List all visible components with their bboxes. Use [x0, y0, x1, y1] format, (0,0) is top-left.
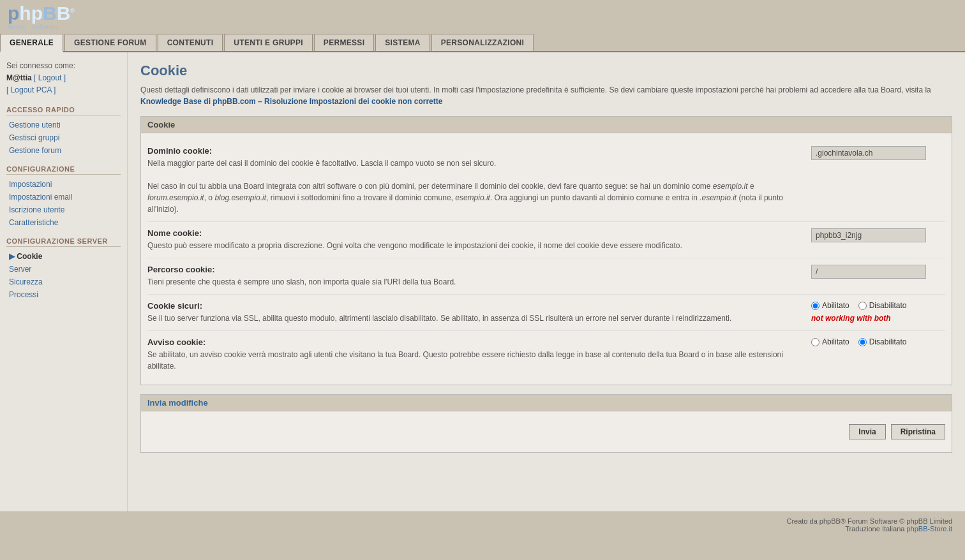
logout-link[interactable]: [ Logout ] — [34, 73, 66, 82]
sidebar-item-iscrizione-utente[interactable]: Iscrizione utente — [6, 204, 121, 216]
tab-utenti-gruppi[interactable]: UTENTI E GRUPPI — [224, 34, 313, 51]
cookie-secure-disabled-label: Disabilitato — [858, 301, 907, 310]
cookie-secure-enabled-label: Abilitato — [811, 301, 849, 310]
footer-line2: Traduzione Italiana phpBB-Store.it — [13, 525, 952, 533]
tab-sistema[interactable]: SISTEMA — [375, 34, 430, 51]
nav-tabs: GENERALE GESTIONE FORUM CONTENUTI UTENTI… — [0, 34, 965, 52]
cookie-domain-input[interactable] — [811, 146, 926, 160]
cookie-domain-label-col: Dominio cookie: Nella maggior parte dei … — [147, 146, 811, 215]
cookie-notice-enabled-radio[interactable] — [811, 338, 819, 346]
tab-generale[interactable]: GENERALE — [0, 34, 63, 52]
registered-symbol: ® — [70, 8, 75, 14]
cookie-name-control — [811, 228, 945, 242]
content-area: Cookie Questi dettagli definiscono i dat… — [128, 52, 965, 512]
cookie-panel-header: Cookie — [141, 117, 952, 133]
cookie-secure-label: Cookie sicuri: — [147, 301, 798, 311]
reset-button[interactable]: Ripristina — [891, 424, 945, 439]
cookie-path-input[interactable] — [811, 265, 926, 279]
sidebar-item-processi[interactable]: Processi — [6, 289, 121, 300]
cookie-notice-label-col: Avviso cookie: Se abilitato, un avviso c… — [147, 337, 811, 372]
sidebar-item-sicurezza[interactable]: Sicurezza — [6, 276, 121, 288]
section-configurazione: CONFIGURAZIONE — [6, 165, 121, 175]
logo-text: phpBB® — [8, 4, 75, 23]
header: phpBB® forum software — [0, 0, 965, 34]
cookie-notice-enabled-label: Abilitato — [811, 337, 849, 346]
sidebar-item-gestione-forum[interactable]: Gestione forum — [6, 145, 121, 156]
cookie-secure-label-col: Cookie sicuri: Se il tuo server funziona… — [147, 301, 811, 324]
username: M@ttia — [6, 73, 32, 82]
cookie-notice-desc: Se abilitato, un avviso cookie verrà mos… — [147, 349, 798, 372]
cookie-secure-desc: Se il tuo server funziona via SSL, abili… — [147, 313, 798, 324]
page-title: Cookie — [140, 63, 952, 79]
setting-cookie-name: Nome cookie: Questo può essere modificat… — [147, 222, 945, 258]
submit-button[interactable]: Invia — [849, 424, 885, 439]
tab-gestione-forum[interactable]: GESTIONE FORUM — [64, 34, 156, 51]
cookie-domain-desc: Nella maggior parte dei casi il dominio … — [147, 158, 798, 215]
main-layout: Sei connesso come: M@ttia [ Logout ] [ L… — [0, 52, 965, 512]
cookie-domain-label: Dominio cookie: — [147, 146, 798, 156]
setting-cookie-secure: Cookie sicuri: Se il tuo server funziona… — [147, 295, 945, 331]
sidebar-item-cookie[interactable]: Cookie — [6, 251, 121, 262]
submit-panel-body: Invia Ripristina — [141, 411, 952, 452]
sidebar-item-caratteristiche[interactable]: Caratteristiche — [6, 217, 121, 228]
cookie-name-label: Nome cookie: — [147, 228, 798, 238]
cookie-secure-radio-group: Abilitato Disabilitato — [811, 301, 906, 310]
cookie-notice-disabled-label: Disabilitato — [858, 337, 907, 346]
tab-personalizzazioni[interactable]: PERSONALIZZAZIONI — [431, 34, 534, 51]
tab-contenuti[interactable]: CONTENUTI — [158, 34, 223, 51]
cookie-name-label-col: Nome cookie: Questo può essere modificat… — [147, 228, 811, 251]
cookie-secure-control: Abilitato Disabilitato not working with … — [811, 301, 945, 323]
submit-panel-header: Invia modifiche — [141, 395, 952, 411]
sidebar-item-server[interactable]: Server — [6, 263, 121, 275]
sidebar-item-impostazioni-email[interactable]: Impostazioni email — [6, 191, 121, 203]
footer: Creato da phpBB® Forum Software © phpBB … — [0, 512, 965, 538]
cookie-name-desc: Questo può essere modificato a propria d… — [147, 240, 798, 251]
cookie-domain-control — [811, 146, 945, 160]
user-label: Sei connesso come: — [6, 61, 75, 70]
logo-tagline: forum software — [8, 24, 75, 30]
setting-cookie-domain: Dominio cookie: Nella maggior parte dei … — [147, 140, 945, 222]
cookie-panel-body: Dominio cookie: Nella maggior parte dei … — [141, 133, 952, 385]
cookie-notice-radio-group: Abilitato Disabilitato — [811, 337, 906, 346]
submit-panel: Invia modifiche Invia Ripristina — [140, 394, 952, 453]
sidebar-item-impostazioni[interactable]: Impostazioni — [6, 179, 121, 190]
cookie-secure-enabled-radio[interactable] — [811, 302, 819, 310]
cookie-name-input[interactable] — [811, 228, 926, 242]
not-working-text: not working with both — [811, 314, 891, 323]
sidebar-item-gestione-utenti[interactable]: Gestione utenti — [6, 119, 121, 131]
page-description: Questi dettagli definiscono i dati utili… — [140, 84, 952, 107]
cookie-path-label: Percorso cookie: — [147, 265, 798, 274]
logo: phpBB® forum software — [8, 4, 75, 30]
user-info: Sei connesso come: M@ttia [ Logout ] [ L… — [6, 60, 121, 97]
cookie-path-desc: Tieni presente che questa è sempre uno s… — [147, 276, 798, 288]
setting-cookie-path: Percorso cookie: Tieni presente che ques… — [147, 258, 945, 295]
cookie-path-control — [811, 265, 945, 279]
cookie-secure-disabled-radio[interactable] — [858, 302, 867, 310]
sidebar-item-gestisci-gruppi[interactable]: Gestisci gruppi — [6, 132, 121, 144]
cookie-notice-control: Abilitato Disabilitato — [811, 337, 945, 349]
tab-permessi[interactable]: PERMESSI — [314, 34, 374, 51]
cookie-notice-label: Avviso cookie: — [147, 337, 798, 347]
cookie-notice-disabled-radio[interactable] — [858, 338, 867, 346]
sidebar: Sei connesso come: M@ttia [ Logout ] [ L… — [0, 52, 128, 512]
cookie-path-label-col: Percorso cookie: Tieni presente che ques… — [147, 265, 811, 288]
footer-line1: Creato da phpBB® Forum Software © phpBB … — [13, 517, 952, 525]
cookie-panel: Cookie Dominio cookie: Nella maggior par… — [140, 116, 952, 385]
section-configurazione-server: CONFIGURAZIONE SERVER — [6, 237, 121, 247]
knowledge-base-link[interactable]: Knowledge Base di phpBB.com – Risoluzion… — [140, 97, 442, 106]
logout-pca-link[interactable]: [ Logout PCA ] — [6, 85, 56, 94]
section-accesso-rapido: ACCESSO RAPIDO — [6, 106, 121, 115]
setting-cookie-notice: Avviso cookie: Se abilitato, un avviso c… — [147, 331, 945, 378]
footer-phpbb-store-link[interactable]: phpBB-Store.it — [906, 525, 952, 533]
